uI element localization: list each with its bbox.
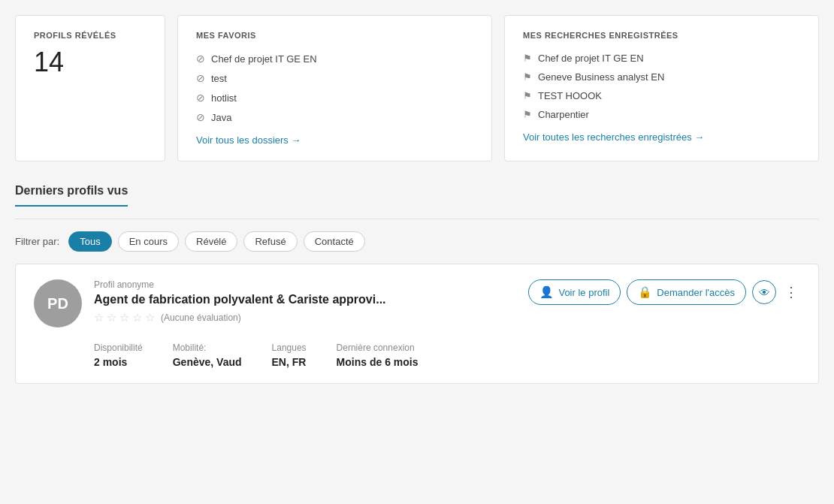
- favoris-item-3[interactable]: ⊘ hotlist: [196, 88, 473, 107]
- bookmark-icon-1: ⚑: [523, 53, 532, 64]
- profile-details: Disponibilité 2 mois Mobilité: Genève, V…: [94, 343, 800, 368]
- voir-dossiers-link[interactable]: Voir tous les dossiers →: [196, 134, 301, 146]
- filter-refuse-button[interactable]: Refusé: [243, 231, 297, 252]
- voir-recherches-link[interactable]: Voir toutes les recherches enregistrées …: [523, 131, 704, 143]
- folder-icon-2: ⊘: [196, 72, 205, 84]
- profile-info: Profil anonyme Agent de fabrication poly…: [94, 279, 516, 324]
- profils-count: 14: [34, 49, 147, 76]
- favoris-item-label-3: hotlist: [211, 92, 237, 104]
- profile-header: PD Profil anonyme Agent de fabrication p…: [34, 279, 800, 327]
- detail-disponibilite: Disponibilité 2 mois: [94, 343, 143, 368]
- recherche-item-3[interactable]: ⚑ TEST HOOOK: [523, 86, 800, 105]
- recherche-item-2[interactable]: ⚑ Geneve Business analyst EN: [523, 68, 800, 86]
- demander-acces-button[interactable]: 🔒 Demander l'accès: [627, 279, 746, 305]
- voir-profil-button[interactable]: 👤 Voir le profil: [528, 279, 621, 305]
- disponibilite-value: 2 mois: [94, 356, 143, 368]
- detail-mobilite: Mobilité: Genève, Vaud: [173, 343, 242, 368]
- recherches-card-title: MES RECHERCHES ENREGISTRÉES: [523, 31, 800, 40]
- detail-connexion: Dernière connexion Moins de 6 mois: [337, 343, 419, 368]
- recherches-card: MES RECHERCHES ENREGISTRÉES ⚑ Chef de pr…: [504, 15, 819, 161]
- star-4: ☆: [132, 311, 142, 324]
- folder-icon-3: ⊘: [196, 92, 205, 104]
- bookmark-icon-4: ⚑: [523, 109, 532, 120]
- mobilite-label: Mobilité:: [173, 343, 242, 353]
- recherche-item-1[interactable]: ⚑ Chef de projet IT GE EN: [523, 49, 800, 68]
- top-cards-row: PROFILS RÉVÉLÉS 14 MES FAVORIS ⊘ Chef de…: [15, 15, 819, 161]
- recherche-label-3: TEST HOOOK: [538, 90, 602, 101]
- recherche-label-2: Geneve Business analyst EN: [538, 71, 664, 83]
- profils-reveles-card: PROFILS RÉVÉLÉS 14: [15, 15, 165, 161]
- filter-label: Filtrer par:: [15, 236, 59, 247]
- profile-card: PD Profil anonyme Agent de fabrication p…: [15, 264, 819, 384]
- connexion-value: Moins de 6 mois: [337, 356, 419, 368]
- recherche-label-4: Charpentier: [538, 109, 589, 120]
- star-2: ☆: [107, 311, 116, 324]
- favoris-list: ⊘ Chef de projet IT GE EN ⊘ test ⊘ hotli…: [196, 49, 473, 127]
- recherches-list: ⚑ Chef de projet IT GE EN ⚑ Geneve Busin…: [523, 49, 800, 124]
- detail-langues: Langues EN, FR: [272, 343, 307, 368]
- disponibilite-label: Disponibilité: [94, 343, 143, 353]
- filter-contacte-button[interactable]: Contacté: [304, 231, 365, 252]
- folder-icon-1: ⊘: [196, 53, 205, 65]
- bookmark-icon-3: ⚑: [523, 90, 532, 101]
- filter-revele-button[interactable]: Révélé: [185, 231, 237, 252]
- user-icon: 👤: [539, 285, 554, 299]
- favoris-item-4[interactable]: ⊘ Java: [196, 107, 473, 127]
- favoris-item-label-1: Chef de projet IT GE EN: [211, 53, 317, 65]
- favoris-item-label-2: test: [211, 73, 227, 84]
- lock-icon: 🔒: [638, 285, 652, 299]
- langues-value: EN, FR: [272, 356, 307, 368]
- folder-icon-4: ⊘: [196, 111, 205, 123]
- profile-actions: 👤 Voir le profil 🔒 Demander l'accès 👁 ⋮: [528, 279, 800, 305]
- more-options-button[interactable]: ⋮: [782, 280, 800, 304]
- voir-profil-label: Voir le profil: [558, 287, 609, 298]
- section-title: Derniers profils vus: [15, 184, 128, 207]
- langues-label: Langues: [272, 343, 307, 353]
- favoris-item-label-4: Java: [211, 112, 231, 123]
- eye-icon: 👁: [759, 286, 770, 299]
- filter-bar: Filtrer par: Tous En cours Révélé Refusé…: [15, 231, 819, 252]
- recherche-label-1: Chef de projet IT GE EN: [538, 53, 644, 64]
- filter-encours-button[interactable]: En cours: [118, 231, 179, 252]
- derniers-profils-section: Derniers profils vus Filtrer par: Tous E…: [15, 184, 819, 384]
- mobilite-value: Genève, Vaud: [173, 356, 242, 368]
- bookmark-icon-2: ⚑: [523, 71, 532, 83]
- favoris-item-1[interactable]: ⊘ Chef de projet IT GE EN: [196, 49, 473, 68]
- favoris-card-title: MES FAVORIS: [196, 31, 473, 40]
- evaluation-label: (Aucune évaluation): [161, 312, 241, 323]
- eye-button[interactable]: 👁: [752, 280, 776, 304]
- favoris-card: MES FAVORIS ⊘ Chef de projet IT GE EN ⊘ …: [177, 15, 492, 161]
- star-3: ☆: [119, 311, 129, 324]
- star-1: ☆: [94, 311, 104, 324]
- star-5: ☆: [145, 311, 155, 324]
- profile-anon-label: Profil anonyme: [94, 279, 516, 290]
- filter-tous-button[interactable]: Tous: [68, 231, 111, 252]
- demander-acces-label: Demander l'accès: [657, 287, 735, 298]
- section-title-wrapper: Derniers profils vus: [15, 184, 819, 219]
- connexion-label: Dernière connexion: [337, 343, 419, 353]
- recherche-item-4[interactable]: ⚑ Charpentier: [523, 105, 800, 124]
- favoris-item-2[interactable]: ⊘ test: [196, 68, 473, 88]
- profile-job-title: Agent de fabrication polyvalent & Carist…: [94, 293, 516, 306]
- avatar: PD: [34, 279, 82, 327]
- more-dots-icon: ⋮: [784, 284, 798, 300]
- stars-row: ☆ ☆ ☆ ☆ ☆ (Aucune évaluation): [94, 311, 516, 324]
- profils-card-title: PROFILS RÉVÉLÉS: [34, 31, 147, 40]
